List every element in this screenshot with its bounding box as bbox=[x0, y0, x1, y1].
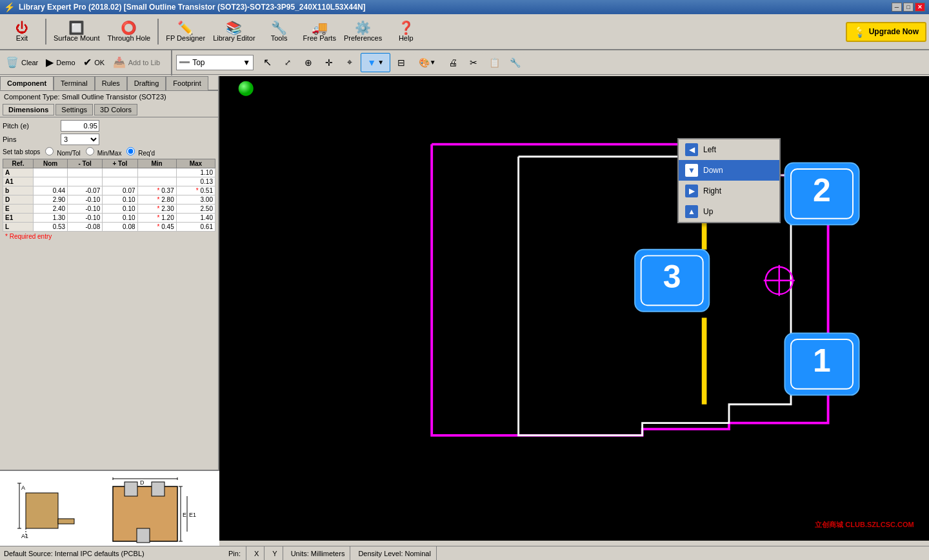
cut-button[interactable]: ✂ bbox=[464, 53, 483, 72]
min-max-radio[interactable] bbox=[86, 147, 94, 155]
tab-rules[interactable]: Rules bbox=[95, 76, 127, 90]
green-indicator bbox=[239, 81, 254, 96]
menu-item-down[interactable]: ▼ Down bbox=[679, 160, 779, 181]
cut-icon: ✂ bbox=[470, 57, 477, 68]
nom-tol-radio[interactable] bbox=[45, 147, 54, 155]
layer-dropdown-arrow: ▼ bbox=[243, 58, 250, 67]
ok-button[interactable]: ✔ OK bbox=[80, 52, 108, 74]
table-row[interactable]: A1.10 bbox=[3, 168, 215, 177]
svg-text:E: E bbox=[183, 512, 186, 518]
direction-button[interactable]: ▼ ▼ bbox=[361, 53, 390, 72]
cell-max: 1.40 bbox=[176, 214, 215, 223]
status-units: Units: Millimeters bbox=[286, 546, 351, 560]
cell-minus_tol bbox=[68, 168, 103, 177]
tools-button[interactable]: 🔧 Tools bbox=[260, 15, 299, 48]
cell-plus_tol bbox=[103, 177, 137, 186]
down-arrow-icon: ▼ bbox=[685, 164, 698, 177]
cell-ref: L bbox=[3, 223, 34, 232]
cell-min: * 0.37 bbox=[137, 186, 176, 195]
preferences-button[interactable]: ⚙️ Preferences bbox=[341, 15, 385, 48]
layer-dropdown[interactable]: Top ▼ bbox=[176, 55, 254, 70]
help-button[interactable]: ❓ Help bbox=[386, 15, 425, 48]
sub-tab-settings[interactable]: Settings bbox=[55, 104, 93, 115]
table-button[interactable]: ⊟ bbox=[392, 53, 411, 72]
title-text: Library Expert Pro (2018.02) [Small Outl… bbox=[19, 3, 366, 12]
col-min: Min bbox=[137, 159, 176, 168]
pins-label: Pins bbox=[3, 135, 61, 143]
cell-ref: D bbox=[3, 195, 34, 205]
surface-mount-button[interactable]: 🔲 Surface Mount bbox=[50, 15, 103, 48]
demo-icon: ▶ bbox=[46, 56, 54, 68]
color-button[interactable]: 🎨 ▼ bbox=[412, 53, 442, 72]
free-parts-button[interactable]: 🚚 Free Parts bbox=[300, 15, 339, 48]
upgrade-button[interactable]: 💡 Upgrade Now bbox=[846, 22, 926, 42]
add-to-lib-button[interactable]: 📥 Add to Lib bbox=[110, 52, 164, 74]
zoom-fit-button[interactable]: ⤢ bbox=[278, 53, 297, 72]
settings-tool-button[interactable]: 🔧 bbox=[505, 53, 524, 72]
cell-max: * 0.51 bbox=[176, 186, 215, 195]
close-button[interactable]: ✕ bbox=[915, 3, 925, 12]
table-row[interactable]: L0.53-0.080.08* 0.450.61 bbox=[3, 223, 215, 232]
cell-minus_tol bbox=[68, 177, 103, 186]
ok-icon: ✔ bbox=[83, 56, 92, 68]
bottom-status-bar: Default Source: Internal IPC defaults (P… bbox=[0, 546, 219, 560]
up-arrow-icon: ▲ bbox=[685, 205, 698, 218]
pins-select[interactable]: 3 4 5 bbox=[61, 134, 99, 145]
maximize-button[interactable]: □ bbox=[903, 3, 914, 12]
min-max-radio-label: Min/Max bbox=[86, 147, 122, 157]
cell-max: 2.50 bbox=[176, 205, 215, 214]
pitch-input[interactable] bbox=[61, 120, 99, 132]
sub-tab-dimensions[interactable]: Dimensions bbox=[3, 104, 54, 115]
menu-item-left[interactable]: ◀ Left bbox=[679, 139, 779, 160]
cell-minus_tol: -0.10 bbox=[68, 195, 103, 205]
cell-ref: A bbox=[3, 168, 34, 177]
svg-text:A: A bbox=[21, 485, 25, 491]
clear-button[interactable]: 🗑️ Clear bbox=[3, 52, 41, 74]
tab-footprint[interactable]: Footprint bbox=[166, 76, 208, 90]
menu-item-up[interactable]: ▲ Up bbox=[679, 201, 779, 222]
paste-button[interactable]: 📋 bbox=[484, 53, 504, 72]
tab-drafting[interactable]: Drafting bbox=[127, 76, 166, 90]
svg-text:1: 1 bbox=[813, 343, 831, 379]
demo-button[interactable]: ▶ Demo bbox=[43, 52, 78, 74]
cell-ref: E1 bbox=[3, 214, 34, 223]
direction-dropdown-arrow: ▼ bbox=[377, 59, 384, 66]
through-hole-button[interactable]: ⭕ Through Hole bbox=[105, 15, 154, 48]
status-density: Density Level: Nominal bbox=[353, 546, 437, 560]
minimize-button[interactable]: ─ bbox=[892, 3, 902, 12]
move-button[interactable]: ✛ bbox=[319, 53, 339, 72]
print-icon: 🖨 bbox=[448, 57, 457, 68]
cell-nom: 1.30 bbox=[34, 214, 68, 223]
clear-icon: 🗑️ bbox=[6, 56, 19, 68]
table-row[interactable]: A10.13 bbox=[3, 177, 215, 186]
library-editor-icon: 📚 bbox=[226, 21, 242, 34]
table-icon: ⊟ bbox=[397, 57, 405, 68]
table-row[interactable]: D2.90-0.100.10* 2.803.00 bbox=[3, 195, 215, 205]
trim-button[interactable]: ⌖ bbox=[340, 53, 359, 72]
tab-terminal[interactable]: Terminal bbox=[54, 76, 95, 90]
cell-nom bbox=[34, 168, 68, 177]
select-tool-button[interactable]: ↖ bbox=[257, 53, 277, 72]
table-row[interactable]: b0.44-0.070.07* 0.37* 0.51 bbox=[3, 186, 215, 195]
through-hole-icon: ⭕ bbox=[121, 21, 137, 34]
svg-rect-7 bbox=[58, 519, 74, 524]
status-x: X bbox=[249, 546, 265, 560]
req-d-radio[interactable] bbox=[126, 147, 135, 155]
fp-designer-icon: ✏️ bbox=[177, 21, 194, 34]
sub-tab-3d-colors[interactable]: 3D Colors bbox=[94, 104, 137, 115]
zoom-in-button[interactable]: ⊕ bbox=[299, 53, 318, 72]
canvas-svg: 2 3 1 bbox=[219, 76, 929, 541]
fp-designer-button[interactable]: ✏️ FP Designer bbox=[163, 15, 208, 48]
cell-ref: b bbox=[3, 186, 34, 195]
sub-tab-row: Dimensions Settings 3D Colors bbox=[0, 103, 218, 117]
print-button[interactable]: 🖨 bbox=[443, 53, 463, 72]
library-editor-button[interactable]: 📚 Library Editor bbox=[210, 15, 258, 48]
cell-max: 3.00 bbox=[176, 195, 215, 205]
pins-row: Pins 3 4 5 bbox=[3, 134, 215, 145]
table-row[interactable]: E2.40-0.100.10* 2.302.50 bbox=[3, 205, 215, 214]
exit-button[interactable]: ⏻ Exit bbox=[3, 15, 41, 48]
table-row[interactable]: E11.30-0.100.10* 1.201.40 bbox=[3, 214, 215, 223]
menu-item-right[interactable]: ▶ Right bbox=[679, 181, 779, 201]
watermark-text: 立创商城 CLUB.SZLCSC.COM bbox=[815, 520, 914, 530]
tab-component[interactable]: Component bbox=[0, 76, 54, 90]
